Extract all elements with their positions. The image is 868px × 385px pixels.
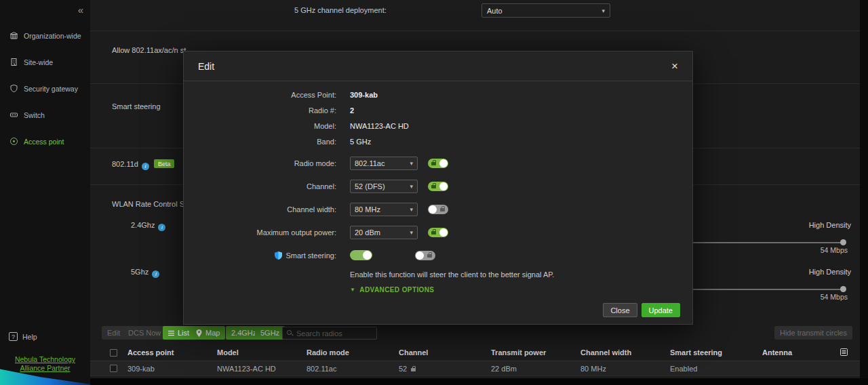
hide-transmit-circles-button[interactable]: Hide transmit circles — [774, 326, 852, 340]
field-label: Smart steering: — [184, 251, 350, 260]
header-channel-width[interactable]: Channel width — [580, 348, 631, 357]
map-pin-icon — [196, 329, 202, 337]
select-value: 802.11ac — [355, 159, 384, 167]
max-output-power-lock-toggle[interactable] — [428, 228, 448, 237]
band-24-text: 2.4Ghz — [131, 221, 155, 229]
update-button[interactable]: Update — [642, 303, 680, 317]
select-value: 52 (DFS) — [355, 182, 385, 190]
sidebar-item-access-point[interactable]: Access point — [0, 128, 90, 155]
slider-knob[interactable] — [840, 286, 846, 292]
field-access-point: Access Point: 309-kab — [184, 87, 692, 102]
help-icon: ? — [9, 332, 18, 341]
rate-value-24ghz: 54 Mbps — [821, 246, 848, 254]
band-5-filter-button[interactable]: 5GHz — [255, 326, 285, 340]
radio-mode-select[interactable]: 802.11ac ▾ — [350, 157, 418, 170]
select-all-checkbox[interactable] — [110, 349, 117, 357]
sidebar-item-site-wide[interactable]: Site-wide — [0, 49, 90, 75]
channel-lock-toggle[interactable] — [428, 182, 448, 191]
search-icon — [287, 330, 293, 336]
dcs-now-button[interactable]: DCS Now — [123, 326, 166, 340]
modal-header: Edit × — [184, 52, 692, 81]
table-row[interactable]: 309-kab NWA1123-AC HD 802.11ac 52 22 dBm… — [90, 361, 860, 376]
info-icon[interactable]: i — [152, 270, 159, 278]
map-view-button[interactable]: Map — [191, 326, 225, 340]
sidebar-item-organization-wide[interactable]: Organization-wide — [0, 22, 90, 49]
dot11d-label: 802.11diBeta — [112, 159, 174, 170]
cell-access-point[interactable]: 309-kab — [127, 365, 155, 373]
modal-body: Access Point: 309-kab Radio #: 2 Model: … — [184, 81, 692, 293]
edit-button[interactable]: Edit — [102, 326, 125, 340]
list-icon — [168, 331, 174, 336]
divider — [90, 31, 860, 31]
chevron-down-icon: ▼ — [350, 287, 355, 293]
smart-steering-toggle[interactable] — [350, 250, 372, 260]
slider-knob[interactable] — [840, 239, 846, 245]
lock-icon — [431, 231, 436, 235]
header-channel[interactable]: Channel — [399, 348, 428, 357]
cell-smart-steering: Enabled — [670, 365, 697, 373]
sidebar: « Organization-wide Site-wide Security g… — [0, 0, 90, 385]
toggle-knob — [363, 251, 372, 260]
sidebar-item-security-gateway[interactable]: Security gateway — [0, 75, 90, 102]
select-value: 80 MHz — [355, 205, 380, 214]
sidebar-item-label: Security gateway — [24, 85, 78, 93]
close-icon[interactable]: × — [671, 60, 678, 72]
chevron-down-icon: ▾ — [410, 229, 413, 236]
security-gateway-icon — [9, 84, 18, 94]
header-model[interactable]: Model — [217, 348, 239, 357]
advanced-options-label: ADVANCED OPTIONS — [359, 286, 434, 293]
rate-value-5ghz: 54 Mbps — [821, 293, 848, 301]
partner-link[interactable]: Nebula Technology Alliance Partner — [0, 355, 90, 373]
chevron-down-icon: ▾ — [410, 160, 413, 167]
radio-table-header: Access point Model Radio mode Channel Tr… — [90, 345, 860, 361]
search-input[interactable] — [296, 329, 372, 338]
cell-model: NWA1123-AC HD — [217, 365, 276, 373]
wlan-rate-control-label: WLAN Rate Control Sett — [112, 200, 186, 208]
advanced-options-toggle[interactable]: ▼ ADVANCED OPTIONS — [350, 286, 692, 293]
switch-icon — [9, 110, 18, 120]
channel-deployment-value: Auto — [487, 7, 502, 15]
toggle-knob — [439, 228, 448, 237]
dot11d-text: 802.11d — [112, 160, 138, 168]
lock-icon — [427, 254, 432, 258]
close-button[interactable]: Close — [603, 303, 637, 317]
max-output-power-select[interactable]: 20 dBm ▾ — [350, 226, 418, 239]
map-label: Map — [205, 329, 220, 337]
sidebar-nav: Organization-wide Site-wide Security gat… — [0, 0, 90, 155]
field-radio-number: Radio #: 2 — [184, 102, 692, 118]
channel-select[interactable]: 52 (DFS) ▾ — [350, 180, 418, 193]
sidebar-item-label: Organization-wide — [24, 32, 81, 40]
header-smart-steering[interactable]: Smart steering — [670, 348, 722, 357]
smart-steering-label: Smart steering: — [285, 251, 336, 260]
sidebar-collapse-button[interactable]: « — [78, 4, 83, 16]
channel-width-lock-toggle[interactable] — [428, 205, 448, 214]
info-icon[interactable]: i — [142, 163, 149, 170]
sidebar-item-label: Site-wide — [24, 58, 53, 66]
smart-steering-lock-toggle[interactable] — [415, 251, 435, 260]
header-radio-mode[interactable]: Radio mode — [307, 348, 349, 357]
search-box — [282, 327, 377, 340]
band-5-label: 5Ghzi — [131, 268, 159, 278]
app-root: « Organization-wide Site-wide Security g… — [0, 0, 868, 385]
chevron-down-icon: ▾ — [601, 7, 605, 14]
header-access-point[interactable]: Access point — [127, 348, 174, 357]
lock-icon — [440, 208, 445, 211]
partner-link-line2: Alliance Partner — [0, 364, 90, 373]
edit-radio-modal: Edit × Access Point: 309-kab Radio #: 2 … — [183, 51, 693, 325]
toggle-knob — [439, 182, 448, 190]
chevron-down-icon: ▾ — [410, 206, 413, 213]
channel-width-select[interactable]: 80 MHz ▾ — [350, 203, 418, 216]
header-antenna[interactable]: Antenna — [762, 348, 792, 357]
smart-steering-setting-label: Smart steering — [112, 102, 161, 110]
channel-deployment-select[interactable]: Auto ▾ — [481, 3, 610, 18]
help-button[interactable]: ? Help — [9, 332, 37, 341]
header-transmit-power[interactable]: Transmit power — [491, 348, 546, 357]
row-checkbox[interactable] — [110, 365, 117, 372]
sidebar-item-switch[interactable]: Switch — [0, 102, 90, 128]
column-settings-icon[interactable] — [840, 348, 848, 358]
channel-lock-icon — [411, 368, 416, 371]
info-icon[interactable]: i — [158, 224, 165, 231]
field-value: 5 GHz — [350, 138, 371, 146]
radio-mode-lock-toggle[interactable] — [428, 159, 448, 168]
organization-wide-icon — [9, 31, 18, 41]
